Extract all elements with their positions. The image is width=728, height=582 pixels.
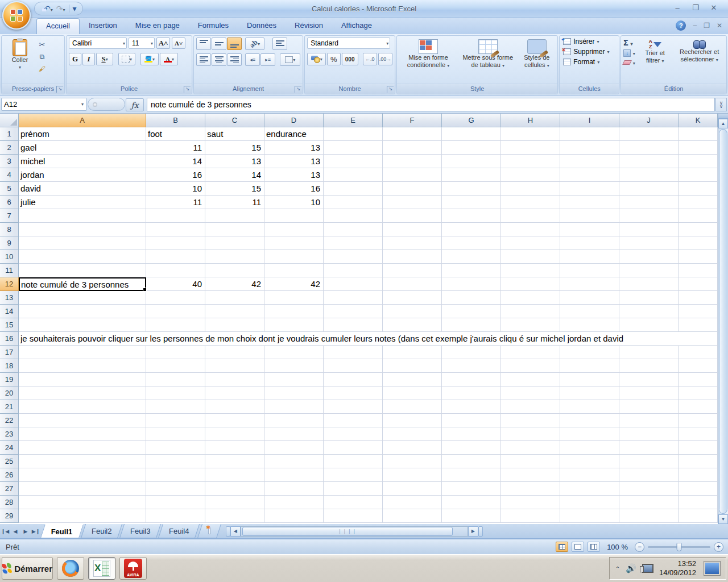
tray-chevron-icon[interactable]: ⌃: [615, 566, 620, 572]
cell-E14[interactable]: [324, 305, 383, 318]
cell-D24[interactable]: [264, 441, 324, 455]
insert-worksheet-tab[interactable]: [197, 524, 221, 538]
cell-D27[interactable]: [264, 482, 324, 496]
cell-K17[interactable]: [679, 346, 718, 359]
row-header-4[interactable]: 4: [0, 168, 19, 182]
first-sheet-icon[interactable]: ❙◀: [0, 524, 10, 538]
cell-D17[interactable]: [264, 346, 324, 359]
fill-color-button[interactable]: 🪣▾: [140, 53, 159, 65]
cell-B27[interactable]: [146, 482, 205, 496]
cell-G24[interactable]: [442, 441, 501, 455]
cell-G12[interactable]: [442, 277, 501, 291]
cut-icon[interactable]: ✂: [38, 40, 46, 49]
cell-J23[interactable]: [619, 427, 679, 441]
cell-D28[interactable]: [264, 496, 324, 509]
cell-D1[interactable]: endurance: [264, 127, 324, 141]
cell-F9[interactable]: [383, 236, 442, 250]
cell-A7[interactable]: [19, 209, 146, 223]
accounting-format-button[interactable]: ▾: [307, 53, 326, 65]
cell-K3[interactable]: [679, 155, 718, 168]
column-header-J[interactable]: J: [619, 114, 679, 127]
scroll-left-icon[interactable]: ◀: [230, 526, 241, 537]
cell-J15[interactable]: [619, 318, 679, 332]
cell-E20[interactable]: [324, 386, 383, 400]
cell-A19[interactable]: [19, 373, 146, 386]
cell-D26[interactable]: [264, 468, 324, 482]
format-cells-button[interactable]: Format▾: [563, 58, 617, 66]
conditional-formatting-button[interactable]: Mise en forme conditionnelle ▾: [399, 38, 457, 82]
cell-J22[interactable]: [619, 414, 679, 427]
cell-J4[interactable]: [619, 168, 679, 182]
cell-I7[interactable]: [560, 209, 619, 223]
cell-I14[interactable]: [560, 305, 619, 318]
normal-view-button[interactable]: [556, 542, 568, 552]
cell-K8[interactable]: [679, 223, 718, 236]
row-header-22[interactable]: 22: [0, 414, 19, 427]
row-header-5[interactable]: 5: [0, 182, 19, 196]
volume-icon[interactable]: 🔊: [626, 563, 636, 573]
cell-F1[interactable]: [383, 127, 442, 141]
alignment-dialog-launcher-icon[interactable]: ↘: [295, 86, 301, 93]
excel-taskbar-button[interactable]: [88, 557, 115, 580]
cell-H27[interactable]: [501, 482, 560, 496]
cell-G9[interactable]: [442, 236, 501, 250]
align-bottom-button[interactable]: [227, 38, 242, 50]
find-select-button[interactable]: Rechercher et sélectionner ▾: [675, 38, 724, 82]
last-sheet-icon[interactable]: ▶❙: [31, 524, 41, 538]
row-header-10[interactable]: 10: [0, 250, 19, 264]
comma-button[interactable]: 000: [342, 53, 358, 65]
cell-E26[interactable]: [324, 468, 383, 482]
cell-J21[interactable]: [619, 400, 679, 414]
row-header-23[interactable]: 23: [0, 427, 19, 441]
clock[interactable]: 13:5214/09/2012: [659, 559, 696, 577]
orientation-button[interactable]: ab▾: [245, 38, 264, 50]
paste-button[interactable]: Coller▾: [4, 38, 36, 82]
cell-I11[interactable]: [560, 264, 619, 277]
scroll-down-icon[interactable]: ▼: [718, 514, 728, 524]
cell-A20[interactable]: [19, 386, 146, 400]
cell-G7[interactable]: [442, 209, 501, 223]
cell-J2[interactable]: [619, 141, 679, 155]
cell-B11[interactable]: [146, 264, 205, 277]
cell-H4[interactable]: [501, 168, 560, 182]
cell-C8[interactable]: [205, 223, 264, 236]
cell-G21[interactable]: [442, 400, 501, 414]
cell-H15[interactable]: [501, 318, 560, 332]
cell-K1[interactable]: [679, 127, 718, 141]
cell-E25[interactable]: [324, 455, 383, 468]
cell-A28[interactable]: [19, 496, 146, 509]
cell-I29[interactable]: [560, 509, 619, 523]
align-top-button[interactable]: [196, 38, 211, 50]
cell-G26[interactable]: [442, 468, 501, 482]
column-header-H[interactable]: H: [501, 114, 560, 127]
cell-I27[interactable]: [560, 482, 619, 496]
insert-function-button[interactable]: ƒx: [126, 98, 144, 111]
increase-decimal-button[interactable]: ←.0: [363, 53, 377, 65]
column-header-K[interactable]: K: [679, 114, 718, 127]
cell-J29[interactable]: [619, 509, 679, 523]
cell-E13[interactable]: [324, 291, 383, 305]
cell-B18[interactable]: [146, 359, 205, 373]
cell-B28[interactable]: [146, 496, 205, 509]
cell-J25[interactable]: [619, 455, 679, 468]
cell-B3[interactable]: 14: [146, 155, 205, 168]
cell-J8[interactable]: [619, 223, 679, 236]
tab-données[interactable]: Données: [238, 18, 286, 34]
cell-C13[interactable]: [205, 291, 264, 305]
vertical-scroll-thumb[interactable]: [719, 129, 727, 514]
network-icon[interactable]: [642, 564, 653, 573]
row-header-19[interactable]: 19: [0, 373, 19, 386]
row-header-25[interactable]: 25: [0, 455, 19, 468]
cell-E2[interactable]: [324, 141, 383, 155]
cell-F13[interactable]: [383, 291, 442, 305]
cell-A9[interactable]: [19, 236, 146, 250]
number-format-select[interactable]: Standard▾: [307, 38, 390, 49]
row-header-28[interactable]: 28: [0, 496, 19, 509]
cell-E5[interactable]: [324, 182, 383, 196]
cell-A26[interactable]: [19, 468, 146, 482]
cell-I23[interactable]: [560, 427, 619, 441]
cell-H20[interactable]: [501, 386, 560, 400]
cell-A29[interactable]: [19, 509, 146, 523]
cell-K16[interactable]: [679, 332, 718, 346]
cell-K19[interactable]: [679, 373, 718, 386]
